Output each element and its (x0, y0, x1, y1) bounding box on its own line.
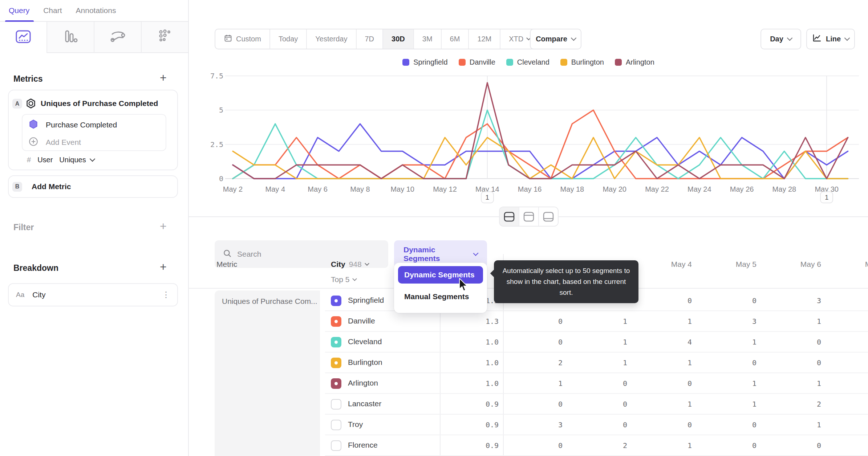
bar-chart-icon (62, 29, 79, 45)
segment-day-value: 1 (817, 379, 821, 388)
svg-text:7.5: 7.5 (210, 72, 223, 80)
range-label: 7D (365, 35, 374, 43)
range-30d-button[interactable]: 30D (382, 29, 413, 49)
add-metric-plus-button[interactable]: + (160, 72, 167, 84)
segment-name: Burlington (348, 358, 382, 367)
add-event-button[interactable]: Add Event (28, 137, 81, 148)
segment-name: Florence (348, 441, 378, 449)
range-label: 12M (477, 35, 491, 43)
segments-table: Springfield1.510003Danville1.301131Cleve… (325, 290, 868, 456)
metric-b-add-card[interactable]: B Add Metric (8, 175, 178, 198)
table-row-troy[interactable]: Troy0.930001 (325, 415, 868, 435)
segment-day-value: 0 (752, 358, 757, 367)
segments-tooltip: Automatically select up to 50 segments t… (494, 260, 638, 303)
segment-day-value: 0 (558, 441, 563, 450)
svg-text:5: 5 (219, 106, 223, 114)
metric-a-title: Uniques of Purchase Completed (41, 99, 158, 108)
top-n-dropdown[interactable]: Top 5 (331, 275, 356, 284)
date-column-header: May 7 (865, 260, 868, 269)
segment-day-value: 0 (817, 358, 821, 367)
segment-day-value: 4 (687, 338, 692, 346)
tab-annotations[interactable]: Annotations (76, 0, 116, 21)
chart-style-line-button[interactable]: Line (806, 29, 855, 49)
svg-text:May 18: May 18 (560, 185, 584, 193)
table-row-lancaster[interactable]: Lancaster0.900112 (325, 394, 868, 415)
range-today-button[interactable]: Today (269, 29, 306, 49)
segment-day-value: 0 (687, 296, 692, 305)
chart-type-line-button[interactable] (0, 22, 47, 53)
tab-query[interactable]: Query (9, 0, 29, 21)
segment-checkbox-unchecked[interactable] (331, 399, 341, 410)
segment-day-value: 0 (752, 441, 757, 450)
chart-type-bar-button[interactable] (47, 22, 94, 53)
layout-bottom-icon[interactable] (538, 207, 558, 226)
chart-style-label: Line (826, 35, 841, 43)
segment-avg-value: 1.3 (486, 317, 499, 326)
search-icon (223, 249, 232, 260)
segment-checkbox-checked[interactable] (331, 337, 341, 347)
segment-day-value: 1 (687, 358, 692, 367)
segment-checkbox-unchecked[interactable] (331, 440, 341, 451)
measure-prefix: # (27, 156, 31, 164)
table-row-danville[interactable]: Danville1.301131 (325, 311, 868, 332)
svg-text:May 8: May 8 (350, 185, 370, 193)
segment-day-value: 0 (558, 317, 563, 326)
add-event-label: Add Event (46, 138, 81, 147)
range-label: 3M (422, 35, 433, 43)
chevron-down-icon (89, 156, 95, 162)
add-filter-plus-button[interactable]: + (160, 220, 167, 232)
segment-day-value: 3 (558, 420, 563, 429)
range-6m-button[interactable]: 6M (441, 29, 469, 49)
segment-name: Springfield (348, 296, 384, 305)
chevron-down-icon (787, 35, 793, 41)
layout-split-icon[interactable] (500, 207, 519, 226)
segment-day-value: 0 (558, 400, 563, 408)
table-row-florence[interactable]: Florence0.902100 (325, 435, 868, 456)
event-purchase-completed[interactable]: Purchase Completed (28, 119, 117, 131)
range-yesterday-button[interactable]: Yesterday (306, 29, 356, 49)
segment-day-value: 3 (752, 317, 757, 326)
range-custom-button[interactable]: Custom (215, 29, 269, 49)
menu-item-manual-segments[interactable]: Manual Segments (398, 288, 483, 305)
segment-checkbox-checked[interactable] (331, 316, 341, 327)
chevron-down-icon (473, 251, 478, 256)
tooltip-text: Automatically select up to 50 segments t… (503, 267, 630, 296)
segment-checkbox-checked[interactable] (331, 296, 341, 306)
menu-item-dynamic-segments[interactable]: Dynamic Segments (398, 266, 483, 284)
svg-text:May 4: May 4 (265, 185, 285, 193)
segment-checkbox-unchecked[interactable] (331, 420, 341, 430)
interval-day-button[interactable]: Day (760, 29, 801, 49)
table-row-burlington[interactable]: Burlington1.021100 (325, 353, 868, 373)
add-breakdown-plus-button[interactable]: + (160, 261, 167, 273)
breakdown-property-label: City (32, 290, 45, 299)
search-input[interactable] (237, 250, 380, 258)
segment-avg-value: 1.0 (486, 358, 499, 367)
svg-text:May 20: May 20 (603, 185, 626, 193)
kebab-icon[interactable]: ⋮ (162, 293, 170, 297)
segment-avg-value: 0.9 (486, 420, 499, 429)
measure-selector[interactable]: # User Uniques (27, 156, 94, 164)
hexagon-icon (25, 98, 36, 110)
table-row-arlington[interactable]: Arlington1.010011 (325, 373, 868, 394)
range-12m-button[interactable]: 12M (468, 29, 500, 49)
chart-type-stream-button[interactable] (94, 22, 142, 53)
chart-type-scatter-button[interactable] (142, 22, 188, 53)
breakdown-city-card[interactable]: Aa City ⋮ (8, 283, 178, 306)
segment-checkbox-checked[interactable] (331, 378, 341, 389)
chevron-down-icon (571, 35, 577, 41)
annotation-badge[interactable]: 1 (820, 191, 833, 203)
segment-day-value: 0 (817, 441, 821, 450)
tab-chart[interactable]: Chart (43, 0, 62, 21)
range-7d-button[interactable]: 7D (356, 29, 383, 49)
range-3m-button[interactable]: 3M (413, 29, 441, 49)
segment-day-value: 1 (623, 338, 627, 346)
annotation-badge[interactable]: 1 (481, 191, 494, 203)
svg-text:May 24: May 24 (687, 185, 711, 193)
svg-text:0: 0 (219, 174, 223, 183)
compare-button[interactable]: Compare (530, 29, 581, 49)
segment-checkbox-checked[interactable] (331, 358, 341, 368)
metric-a-card[interactable]: A Uniques of Purchase Completed Purchase… (8, 90, 178, 170)
layout-top-icon[interactable] (519, 207, 538, 226)
table-row-cleveland[interactable]: Cleveland1.001410 (325, 332, 868, 353)
compare-label: Compare (536, 35, 567, 43)
